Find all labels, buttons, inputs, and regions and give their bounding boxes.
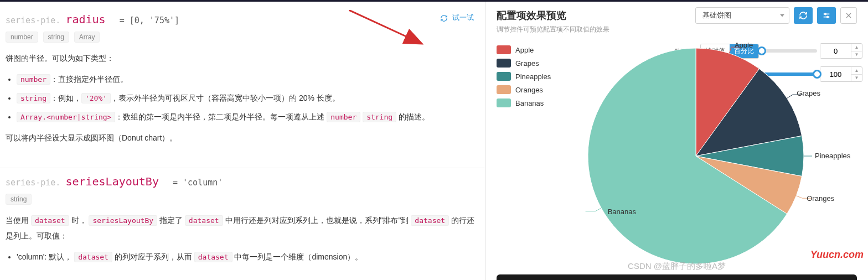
refresh-icon [440,14,448,22]
code-20pct: '20%' [81,93,111,103]
svg-point-4 [825,13,826,15]
code-string: string [17,93,50,103]
layoutby-description: 当使用 dataset 时， seriesLayoutBy 指定了 datase… [6,212,479,265]
pie-label: Oranges [807,194,834,203]
chart-type-select[interactable]: 基础饼图 [695,7,789,24]
code-array: Array.<number|string> [17,112,115,122]
chart-legend: AppleGrapesPineapplesOrangesBananas [497,45,551,112]
radius-prop-header: series-pie. radius = [0, '75%'] 试一试 [6,13,479,26]
bottom-bar [497,274,857,280]
layoutby-prop-header: series-pie. seriesLayoutBy = 'column' [6,175,479,188]
pie-chart: AppleGrapesPineapplesOrangesBananas Appl… [497,40,857,272]
code-serieslayoutby: seriesLayoutBy [89,215,157,226]
tag-string: string [43,32,69,43]
intro-text: 饼图的半径。可以为如下类型： [6,50,479,66]
prop-name: radius [65,13,105,26]
code-dataset: dataset [411,215,449,226]
legend-item[interactable]: Grapes [497,59,551,68]
default-value: = [0, '75%'] [120,15,179,25]
list-item: string：例如，'20%'，表示外半径为可视区尺寸（容器高宽中较小一项）的 … [17,90,479,106]
list-item: Array.<number|string>：数组的第一项是内半径，第二项是外半径… [17,109,479,125]
pie-label: Pineapples [815,152,850,160]
namespace: series-pie. [6,15,60,25]
tag-string: string [6,194,32,205]
tag-number: number [6,32,38,43]
legend-swatch [497,72,511,81]
code-dataset: dataset [74,252,112,262]
tag-array: Array [74,32,100,43]
legend-swatch [497,98,511,107]
code-dataset: dataset [185,215,223,226]
try-it-button[interactable]: 试一试 [440,13,474,23]
legend-item[interactable]: Apple [497,45,551,54]
settings-button[interactable] [817,7,836,24]
svg-point-5 [827,16,829,18]
code-number: number [17,74,50,85]
legend-item[interactable]: Bananas [497,98,551,107]
brand-watermark: Yuucn.com [810,249,864,261]
code-string2: string [363,112,396,122]
legend-swatch [497,59,511,68]
refresh-button[interactable] [794,7,813,24]
pie-svg [580,40,812,272]
code-number2: number [327,112,360,122]
code-dataset: dataset [31,215,69,226]
close-button[interactable] [840,7,857,24]
close-icon [845,12,852,19]
legend-label: Grapes [515,59,539,68]
legend-item[interactable]: Oranges [497,85,551,94]
type-tags: number string Array [6,32,479,43]
radius-description: 饼图的半径。可以为如下类型： number：直接指定外半径值。 string：例… [6,50,479,146]
preview-title: 配置项效果预览 [497,9,566,22]
default-value: = 'column' [173,178,223,188]
code-dataset: dataset [194,252,232,262]
pie-label: Apple [735,41,753,49]
list-item: number：直接指定外半径值。 [17,71,479,87]
list-item: 'column': 默认， dataset 的列对应于系列，从而 dataset… [17,249,479,265]
prop-name: seriesLayoutBy [65,175,159,188]
sliders-icon [822,11,831,20]
csdn-watermark: CSDN @蓝胖子的多啦A梦 [628,261,726,272]
type-tags: string [6,194,479,205]
legend-label: Pineapples [515,72,551,81]
legend-swatch [497,45,511,54]
legend-label: Bananas [515,99,544,107]
try-it-label: 试一试 [452,13,474,22]
legend-swatch [497,85,511,94]
pie-label: Grapes [797,89,820,97]
legend-item[interactable]: Pineapples [497,72,551,81]
refresh-icon [799,11,808,20]
legend-label: Oranges [515,86,543,94]
donut-note: 可以将内半径设大显示成圆环图（Donut chart）。 [6,130,479,146]
preview-subtitle: 调节控件可预览配置项不同取值的效果 [497,25,857,34]
legend-label: Apple [515,46,534,54]
pie-label: Bananas [608,208,636,216]
namespace: series-pie. [6,178,60,188]
